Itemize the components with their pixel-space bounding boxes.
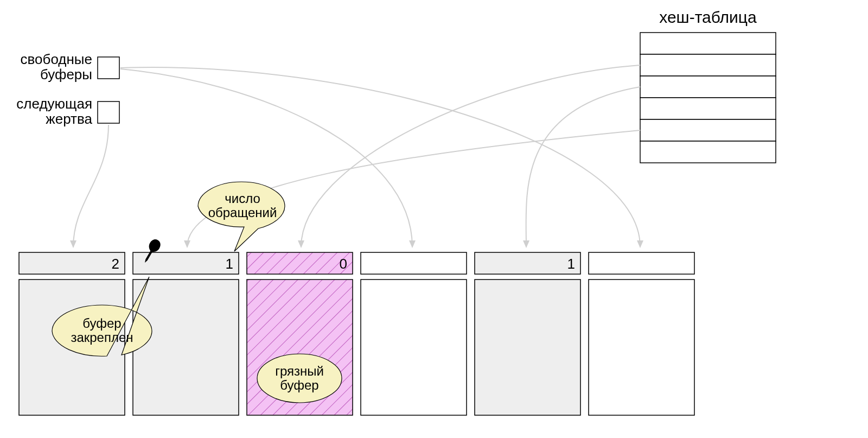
free-buffers-label-l1: свободные: [21, 51, 92, 67]
hash-table-label: хеш-таблица: [659, 8, 757, 26]
callout-dirty-l1: грязный: [275, 364, 324, 378]
free-buffers-box: [98, 57, 119, 79]
svg-rect-5: [133, 280, 239, 415]
svg-rect-8: [361, 252, 467, 274]
callout-pinned-l1: буфер: [82, 316, 121, 331]
buffer-cache-diagram: свободные буферы следующая жертва хеш-та…: [0, 0, 868, 438]
buffer-4: 1: [475, 252, 580, 415]
buffer-0-count: 2: [112, 256, 119, 272]
callout-dirty-l2: буфер: [280, 378, 318, 392]
svg-rect-9: [361, 280, 467, 415]
callout-pinned-l2: закреплен: [71, 330, 133, 345]
svg-rect-6: [247, 252, 353, 274]
callout-dirty: грязный буфер: [257, 354, 342, 403]
callout-usage-count: число обращений: [198, 182, 285, 251]
next-victim-label-l1: следующая: [16, 96, 92, 112]
hash-row-4: [640, 119, 776, 141]
hash-row-2: [640, 76, 776, 98]
hash-row-0: [640, 33, 776, 54]
svg-rect-13: [589, 280, 694, 415]
svg-rect-10: [475, 252, 580, 274]
arrow-hash-to-b4: [526, 87, 640, 247]
hash-row-5: [640, 141, 776, 163]
buffer-1-count: 1: [226, 256, 233, 272]
hash-table: [640, 33, 776, 163]
buffer-5: [589, 252, 694, 415]
buffer-4-count: 1: [567, 256, 575, 272]
hash-row-1: [640, 54, 776, 76]
svg-rect-12: [589, 252, 694, 274]
arrow-free-to-b5: [120, 67, 640, 247]
callout-usage-l2: обращений: [208, 205, 277, 220]
arrows: [73, 65, 640, 247]
svg-rect-11: [475, 280, 580, 415]
buffer-3: [361, 252, 467, 415]
buffer-2-count: 0: [340, 256, 347, 272]
arrow-next-victim: [73, 125, 108, 247]
hash-row-3: [640, 98, 776, 119]
arrow-hash-to-b2: [301, 65, 640, 247]
next-victim-label-l2: жертва: [46, 111, 92, 127]
free-buffers-label-l2: буферы: [40, 66, 92, 82]
svg-rect-2: [19, 252, 125, 274]
callout-usage-l1: число: [225, 191, 260, 206]
next-victim-box: [98, 101, 119, 123]
